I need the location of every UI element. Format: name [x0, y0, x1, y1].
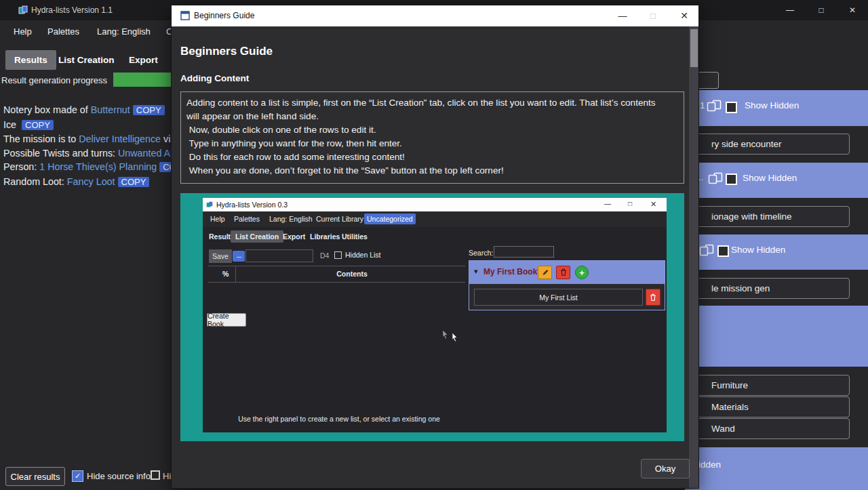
- list-item[interactable]: Materials: [685, 396, 850, 417]
- result-text: Ice: [3, 119, 19, 130]
- close-icon[interactable]: ✕: [837, 0, 868, 20]
- guide-line: Type in anything you want for the row, t…: [186, 137, 678, 150]
- book-panel[interactable]: ... Show Hidden: [685, 163, 868, 198]
- book-panel[interactable]: idden: [685, 447, 868, 490]
- die-label: D4: [320, 251, 329, 260]
- menu-help[interactable]: Help: [14, 26, 32, 37]
- book-title-fragment: 1: [700, 100, 705, 110]
- app-logo-icon: [18, 5, 28, 15]
- tab-results[interactable]: Results: [5, 50, 56, 70]
- delete-book-button: [556, 266, 570, 279]
- list-name-input: [245, 249, 313, 262]
- menu-lang: Lang: English: [269, 215, 313, 223]
- minimize-icon[interactable]: —: [774, 0, 806, 20]
- divider: [208, 266, 465, 266]
- trash-icon: [559, 268, 568, 277]
- screenshot-window: Hydra-lists Version 0.3 — □ ✕ Help Palet…: [203, 198, 667, 432]
- create-book-button: Create Book: [207, 313, 246, 327]
- beginners-guide-dialog: Beginners Guide — □ ✕ Beginners Guide Ad…: [172, 5, 698, 488]
- list-item[interactable]: ionage with timeline: [685, 206, 850, 227]
- hide-source-label: Hide source info: [87, 471, 151, 481]
- list-item[interactable]: Wand: [685, 418, 850, 439]
- list-item[interactable]: le mission gen: [685, 278, 850, 299]
- book-title: My First Book: [484, 267, 537, 277]
- guide-heading: Beginners Guide: [180, 45, 273, 58]
- show-hidden-checkbox[interactable]: [726, 173, 737, 185]
- roll-chip: ----: [233, 251, 245, 262]
- menu-current-library: Current Library: [316, 215, 363, 223]
- dialog-title: Beginners Guide: [194, 11, 254, 20]
- result-text: Random Loot:: [3, 176, 67, 187]
- clear-results-button[interactable]: Clear results: [5, 467, 65, 486]
- hide-source-checkbox[interactable]: ✓: [72, 470, 83, 482]
- result-line: Person: 1 Horse Thieve(s) PlanningCOPY: [3, 160, 191, 175]
- trash-icon: [649, 293, 657, 302]
- result-link[interactable]: Fancy Loot: [67, 176, 115, 187]
- menu-lang[interactable]: Lang: English: [97, 26, 151, 37]
- search-input: [494, 246, 554, 258]
- empty-state-hint: Use the right panel to create a new list…: [203, 415, 475, 423]
- result-line: Ice COPY: [3, 118, 191, 133]
- copy-button[interactable]: COPY: [133, 105, 165, 115]
- book-panel[interactable]: Show Hidden: [685, 234, 868, 270]
- okay-button[interactable]: Okay: [641, 459, 690, 478]
- column-percent: %: [222, 270, 229, 278]
- scrollbar-track[interactable]: [689, 26, 698, 488]
- add-list-button: +: [575, 266, 589, 279]
- divider: [208, 282, 465, 283]
- book-panel[interactable]: 1 Show Hidden: [685, 90, 868, 126]
- result-link[interactable]: Butternut: [91, 104, 130, 115]
- scrollbar-thumb[interactable]: [690, 29, 698, 67]
- pencil-icon: [541, 268, 549, 277]
- copy-button[interactable]: COPY: [22, 120, 54, 130]
- progress-label: Result generation progress: [1, 75, 107, 85]
- tutorial-screenshot: Hydra-lists Version 0.3 — □ ✕ Help Palet…: [180, 193, 684, 441]
- show-hidden-checkbox[interactable]: [726, 102, 737, 113]
- search-label: Search:: [469, 249, 493, 257]
- cursor-icon: [441, 329, 449, 340]
- minimize-icon[interactable]: —: [608, 5, 637, 26]
- show-hidden-label: Show Hidden: [731, 245, 785, 255]
- book-panel[interactable]: [685, 306, 868, 367]
- column-divider: [235, 266, 236, 282]
- tab-list-creation: List Creation: [231, 230, 283, 243]
- list-item[interactable]: Furniture: [685, 375, 850, 396]
- books-icon: [698, 244, 715, 256]
- show-hidden-checkbox[interactable]: [717, 245, 729, 257]
- guide-line: Do this for each row to add some interes…: [186, 150, 678, 164]
- menu-palettes: Palettes: [234, 215, 260, 223]
- minimize-icon: —: [604, 200, 611, 207]
- column-contents: Contents: [243, 270, 460, 278]
- book-card: ▾ My First Book + My First List: [469, 260, 665, 310]
- result-link[interactable]: Deliver Intelligence: [79, 134, 161, 144]
- list-item[interactable]: ry side encounter: [685, 134, 850, 155]
- result-link[interactable]: 1 Horse Thieve(s) Planning: [39, 161, 157, 172]
- maximize-icon[interactable]: □: [806, 0, 837, 20]
- tab-list-creation[interactable]: List Creation: [58, 55, 115, 65]
- guide-body: Adding content to a list is simple, firs…: [180, 91, 684, 184]
- result-text: The mission is to: [3, 134, 79, 144]
- show-hidden-label: Show Hidden: [743, 173, 797, 183]
- screenshot-app-icon: [206, 201, 213, 208]
- maximize-icon: □: [639, 5, 667, 26]
- main-window-title: Hydra-lists Version 1.1: [31, 5, 113, 15]
- hidden-list-label: Hidden List: [345, 251, 381, 259]
- copy-button[interactable]: COPY: [118, 177, 150, 187]
- tab-export[interactable]: Export: [129, 55, 158, 65]
- tab-utilities: Utilities: [342, 232, 368, 241]
- edit-book-button: [538, 266, 552, 279]
- close-icon: ✕: [650, 200, 656, 209]
- result-link[interactable]: Unwanted Ally: [118, 148, 180, 159]
- result-text: Person:: [3, 161, 39, 172]
- guide-line: When you are done, don’t forget to hit t…: [186, 164, 678, 178]
- hide-secondary-checkbox[interactable]: [151, 470, 160, 480]
- close-icon[interactable]: ✕: [670, 5, 698, 26]
- books-icon: [707, 172, 724, 184]
- screenshot-tabbar: Results List Creation Export Libraries U…: [203, 227, 667, 245]
- save-button: Save: [209, 249, 232, 263]
- cursor-icon: [451, 332, 458, 343]
- menu-palettes[interactable]: Palettes: [47, 26, 79, 37]
- result-text: Notery box made of: [3, 104, 91, 115]
- screenshot-menubar: Help Palettes Lang: English Current Libr…: [203, 211, 667, 227]
- show-hidden-label: Show Hidden: [745, 100, 799, 110]
